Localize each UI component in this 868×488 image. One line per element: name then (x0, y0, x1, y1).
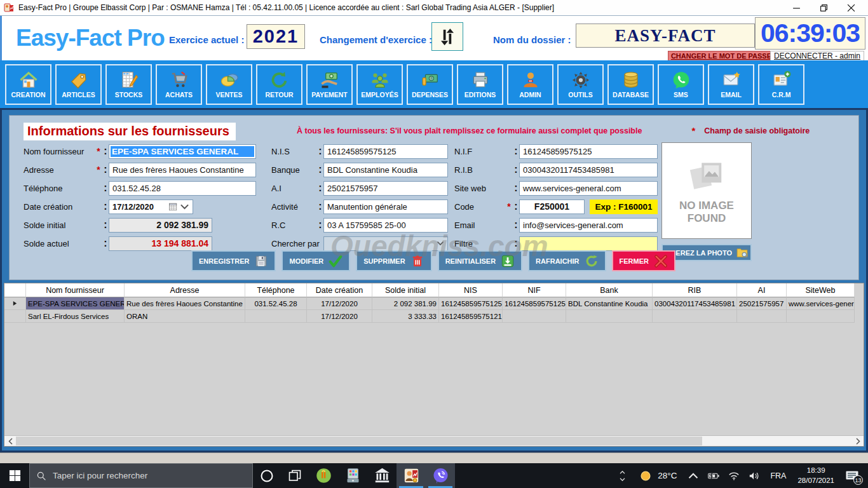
search-input[interactable] (53, 471, 231, 480)
taskbar-app-greenapp[interactable] (309, 463, 338, 488)
table-cell[interactable]: 161245859575125 (503, 297, 566, 310)
code-input[interactable]: F250001 (519, 200, 585, 214)
clock-date[interactable]: 18:39 28/07/2021 (792, 466, 840, 485)
taskbar-search[interactable] (29, 463, 253, 488)
scroll-right-arrow[interactable] (853, 437, 863, 446)
start-button[interactable] (0, 463, 29, 488)
column-header[interactable]: Téléphone (245, 283, 307, 297)
taskbar-app-easyfact[interactable] (397, 463, 426, 488)
column-header[interactable]: Adresse (125, 283, 245, 297)
column-header[interactable]: RIB (653, 283, 737, 297)
toolbar-button-employs[interactable]: EMPLOYÉS (356, 64, 403, 105)
table-row[interactable]: EPE-SPA SERVICES GENERALRue des frères H… (4, 297, 864, 310)
table-cell[interactable]: Sarl EL-Firdous Services (26, 310, 125, 323)
table-cell[interactable]: 03004320117453485981 (653, 297, 737, 310)
column-header[interactable]: Nom fournisseur (26, 283, 125, 297)
chercher-par-select[interactable] (323, 236, 448, 251)
table-cell[interactable]: 2 092 381.99 (372, 297, 439, 310)
cortana-button[interactable] (253, 463, 281, 488)
modifier-button[interactable]: MODIFIER (281, 250, 350, 271)
date-creation-input[interactable]: 17/12/2020 (109, 200, 193, 214)
table-cell[interactable]: Rue des frères Haoues Constantine (125, 297, 245, 310)
supprimer-button[interactable]: SUPPRIMER (356, 250, 431, 271)
change-exercice-button[interactable] (431, 22, 463, 51)
adresse-input[interactable]: Rue des frères Haoues Constantine (109, 163, 256, 177)
toolbar-button-retour[interactable]: RETOUR (256, 64, 302, 105)
toolbar-button-email[interactable]: EMAIL (708, 64, 754, 105)
toolbar-button-editions[interactable]: EDITIONS (457, 64, 503, 105)
column-header[interactable]: Date création (307, 283, 372, 297)
task-view-button[interactable] (281, 463, 309, 488)
toolbar-button-database[interactable]: DATABASE (607, 64, 654, 105)
filtre-input[interactable] (519, 236, 658, 251)
nis-input[interactable]: 161245859575125 (323, 144, 448, 159)
toolbar-button-depenses[interactable]: 0DEPENSES (407, 64, 453, 105)
column-header[interactable]: NIS (439, 283, 503, 297)
scroll-left-arrow[interactable] (5, 437, 15, 446)
enregistrer-button[interactable]: ENREGISTRER (191, 250, 276, 271)
table-cell[interactable]: ORAN (125, 310, 245, 323)
toolbar-button-creation[interactable]: CREATION (5, 64, 51, 105)
siteweb-input[interactable]: www.services-general.com (519, 181, 658, 196)
table-cell[interactable] (787, 310, 855, 323)
row-selector[interactable] (4, 297, 26, 310)
minimize-button[interactable] (792, 4, 801, 12)
table-cell[interactable]: BDL Constantine Koudia (566, 297, 653, 310)
banque-input[interactable]: BDL Constantine Koudia (323, 163, 448, 177)
restore-button[interactable] (820, 4, 828, 12)
toolbar-button-admin[interactable]: DXADMIN (507, 64, 553, 105)
table-cell[interactable]: EPE-SPA SERVICES GENERAL (26, 297, 125, 310)
table-row[interactable]: Sarl EL-Firdous ServicesORAN17/12/20203 … (4, 310, 864, 323)
column-header[interactable]: Bank (566, 283, 653, 297)
table-cell[interactable]: 25021575957 (737, 297, 787, 310)
toolbar-button-payement[interactable]: PAYEMENT (306, 64, 353, 105)
notification-center-button[interactable]: 13 (840, 463, 868, 488)
nom-fournisseur-input[interactable]: EPE-SPA SERVICES GENERAL (109, 144, 256, 159)
toolbar-button-crm[interactable]: C.R.M (758, 64, 804, 105)
fermer-button[interactable]: FERMER (612, 250, 675, 271)
change-password-link[interactable]: CHANGER LE MOT DE PASSE (668, 51, 775, 61)
taskbar-app-bank[interactable] (367, 463, 397, 488)
close-button[interactable] (847, 4, 855, 12)
toolbar-button-sms[interactable]: SMS (658, 64, 704, 105)
table-cell[interactable]: www.services-general.com (787, 297, 855, 310)
table-cell[interactable] (653, 310, 737, 323)
scrollbar-thumb[interactable] (16, 437, 702, 445)
toolbar-button-ventes[interactable]: VENTES (206, 64, 252, 105)
table-cell[interactable]: 17/12/2020 (307, 297, 372, 310)
email-input[interactable]: info@services-general.com (519, 218, 658, 233)
table-cell[interactable]: 161245859575125 (439, 297, 503, 310)
table-cell[interactable]: 3 333.33 (372, 310, 439, 323)
toolbar-button-achats[interactable]: ACHATS (156, 64, 202, 105)
reinitialiser-button[interactable]: REINITIALISER (438, 250, 522, 271)
toolbar-button-stocks[interactable]: STOCKS (105, 64, 152, 105)
row-selector[interactable] (4, 310, 26, 323)
table-cell[interactable]: 161245859575121 (439, 310, 503, 323)
table-cell[interactable] (737, 310, 787, 323)
column-header[interactable]: Solde initial (372, 283, 439, 297)
column-header[interactable]: NIF (503, 283, 566, 297)
nif-input[interactable]: 161245859575125 (519, 144, 658, 159)
tray-scroll-arrows[interactable] (613, 470, 632, 482)
table-cell[interactable]: 031.52.45.28 (245, 297, 307, 310)
volume-indicator[interactable] (744, 463, 764, 488)
column-header[interactable]: AI (737, 283, 787, 297)
activite-input[interactable]: Manutention générale (323, 200, 448, 214)
table-cell[interactable] (566, 310, 653, 323)
telephone-input[interactable]: 031.52.45.28 (109, 181, 256, 196)
taskbar-app-viber[interactable] (426, 463, 455, 488)
weather-widget[interactable]: 28°C (632, 469, 683, 483)
wifi-indicator[interactable] (724, 463, 744, 488)
logout-link[interactable]: DECONNECTER - admin (770, 51, 864, 61)
battery-indicator[interactable] (703, 463, 724, 488)
rc-input[interactable]: 03 A 15759585 25-00 (323, 218, 448, 233)
horizontal-scrollbar[interactable] (4, 435, 864, 446)
toolbar-button-outils[interactable]: OUTILS (557, 64, 604, 105)
toolbar-button-articles[interactable]: ARTICLES (55, 64, 102, 105)
table-cell[interactable] (503, 310, 566, 323)
language-indicator[interactable]: FRA (764, 471, 792, 480)
ai-input[interactable]: 25021575957 (323, 181, 448, 196)
show-hidden-icons-button[interactable] (683, 463, 703, 488)
calendar-dropdown[interactable] (168, 202, 189, 212)
column-header[interactable]: SiteWeb (787, 283, 855, 297)
